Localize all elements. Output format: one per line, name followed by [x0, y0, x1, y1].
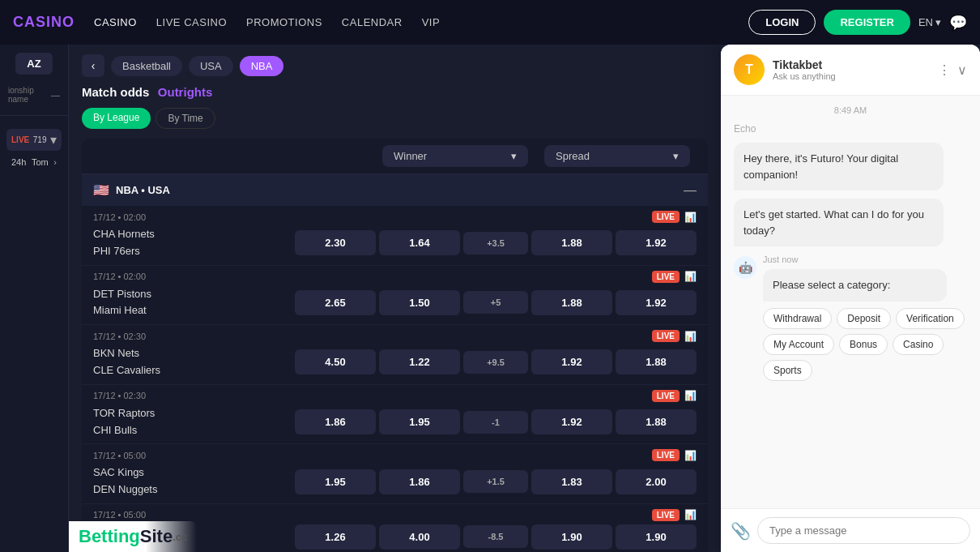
chat-header-name: Tiktakbet	[773, 58, 930, 71]
odd-btn-1[interactable]: 1.95	[295, 469, 376, 494]
odd-btn-2[interactable]: 4.00	[379, 524, 460, 550]
odd-btn-4[interactable]: 1.88	[616, 349, 697, 374]
sidebar-24h-label: 24h	[11, 157, 26, 167]
chat-header-sub: Ask us anything	[773, 71, 930, 81]
odd-btn-1[interactable]: 4.50	[295, 349, 376, 374]
chat-echo-label: Echo	[734, 123, 967, 135]
breadcrumb-basketball[interactable]: Basketball	[111, 56, 182, 76]
chat-more-btn[interactable]: ⋮	[938, 62, 951, 78]
odd-btn-2[interactable]: 1.95	[379, 409, 460, 434]
stats-icon[interactable]: 📊	[684, 450, 697, 461]
odd-btn-2[interactable]: 1.64	[379, 230, 460, 255]
spread-dropdown[interactable]: Spread ▾	[544, 145, 690, 167]
register-button[interactable]: REGISTER	[824, 10, 910, 35]
odd-btn-2[interactable]: 1.86	[379, 469, 460, 494]
nav-logo[interactable]: CASINO	[13, 14, 75, 31]
match-teams-odds: SAC Kings DEN Nuggets 1.95 1.86 +1.5 1.8…	[93, 464, 697, 499]
league-collapse-btn[interactable]: —	[684, 183, 697, 198]
cat-btn-my-account[interactable]: My Account	[763, 334, 834, 355]
chat-minimize-btn[interactable]: ∨	[957, 62, 967, 78]
match-teams-odds: CHA Hornets PHI 76ers 2.30 1.64 +3.5 1.8…	[93, 226, 697, 260]
filter-by-league[interactable]: By League	[82, 108, 151, 129]
odd-btn-1[interactable]: 2.30	[295, 230, 376, 255]
odd-btn-4[interactable]: 1.90	[616, 524, 697, 550]
sidebar-az[interactable]: AZ	[15, 53, 52, 75]
chat-icon[interactable]: 💬	[949, 14, 967, 32]
teams-col: DET Pistons Miami Heat	[93, 286, 292, 320]
odd-btn-3[interactable]: 1.88	[531, 230, 612, 255]
back-button[interactable]: ‹	[82, 54, 104, 77]
odd-btn-spread[interactable]: +1.5	[463, 470, 528, 493]
odd-btn-3[interactable]: 1.88	[531, 290, 612, 315]
odd-btn-3[interactable]: 1.83	[531, 469, 612, 494]
odd-btn-3[interactable]: 1.92	[531, 409, 612, 434]
table-row: 17/12 • 05:00 LIVE 📊 SAC Kings DEN Nugge…	[82, 444, 708, 504]
cat-btn-deposit[interactable]: Deposit	[837, 308, 891, 329]
nav-item-promotions[interactable]: PROMOTIONS	[246, 16, 322, 28]
odd-btn-2[interactable]: 1.50	[379, 290, 460, 315]
odd-btn-4[interactable]: 1.88	[616, 409, 697, 434]
chat-header-info: Tiktakbet Ask us anything	[773, 58, 930, 81]
team1: DET Pistons	[93, 286, 292, 303]
odd-btn-spread[interactable]: +9.5	[463, 351, 528, 374]
chat-footer: 📎	[721, 508, 980, 552]
chevron-down-icon-live[interactable]: ▾	[50, 132, 57, 148]
nav-item-calendar[interactable]: CALENDAR	[342, 16, 403, 28]
odd-btn-spread[interactable]: +5	[463, 291, 528, 314]
team1: CHA Hornets	[93, 226, 292, 243]
nav-item-casino[interactable]: CASINO	[94, 16, 137, 28]
winner-dropdown[interactable]: Winner ▾	[382, 145, 528, 167]
teams-col: SAC Kings DEN Nuggets	[93, 464, 292, 499]
odd-btn-spread[interactable]: +3.5	[463, 232, 528, 255]
chat-attach-button[interactable]: 📎	[731, 521, 751, 541]
winner-col-header: Winner ▾	[374, 145, 536, 167]
chat-categories-section: Just now Please select a category: Withd…	[763, 255, 967, 381]
live-label: LIVE	[11, 135, 29, 144]
odd-btn-1[interactable]: 1.86	[295, 409, 376, 434]
odd-btn-1[interactable]: 2.65	[295, 290, 376, 315]
odd-btn-3[interactable]: 1.90	[531, 524, 612, 550]
nav-item-live-casino[interactable]: LIVE CASINO	[156, 16, 227, 28]
live-badge: LIVE	[652, 509, 680, 521]
match-odds-label: Match odds	[82, 85, 149, 99]
chat-bot-row: 🤖 Just now Please select a category: Wit…	[734, 255, 967, 381]
odd-btn-4[interactable]: 1.92	[616, 230, 697, 255]
cat-btn-sports[interactable]: Sports	[763, 360, 812, 381]
odd-btn-2[interactable]: 1.22	[379, 349, 460, 374]
teams-col: BKN Nets CLE Cavaliers	[93, 345, 292, 379]
chat-category-buttons: Withdrawal Deposit Verification My Accou…	[763, 308, 967, 381]
main-layout: AZ ionship name — LIVE 719 ▾ 24h Tom › ‹…	[0, 45, 980, 552]
stats-icon[interactable]: 📊	[684, 390, 697, 401]
cat-btn-verification[interactable]: Verification	[896, 308, 965, 329]
match-badges: LIVE 📊	[652, 330, 697, 342]
sidebar-minus[interactable]: —	[51, 90, 60, 100]
sidebar: AZ ionship name — LIVE 719 ▾ 24h Tom ›	[0, 45, 69, 552]
odd-btn-1[interactable]: 1.26	[295, 524, 376, 550]
filter-by-time[interactable]: By Time	[156, 108, 215, 129]
login-button[interactable]: LOGIN	[748, 10, 816, 35]
cat-btn-bonus[interactable]: Bonus	[839, 334, 888, 355]
odd-btn-4[interactable]: 1.92	[616, 290, 697, 315]
stats-icon[interactable]: 📊	[684, 509, 697, 520]
odd-btn-spread[interactable]: -8.5	[463, 525, 528, 548]
cat-btn-withdrawal[interactable]: Withdrawal	[763, 308, 832, 329]
odd-btn-3[interactable]: 1.92	[531, 349, 612, 374]
breadcrumb-nba[interactable]: NBA	[240, 56, 284, 76]
outrights-label[interactable]: Outrights	[158, 85, 213, 99]
live-badge: LIVE	[652, 211, 680, 223]
watermark-suffix: .cc	[173, 531, 187, 543]
breadcrumb-usa[interactable]: USA	[189, 56, 233, 76]
chevron-right-icon[interactable]: ›	[53, 157, 57, 167]
stats-icon[interactable]: 📊	[684, 212, 697, 223]
stats-icon[interactable]: 📊	[684, 271, 697, 282]
sidebar-section: ionship name —	[0, 81, 68, 109]
stats-icon[interactable]: 📊	[684, 331, 697, 342]
team2: Miami Heat	[93, 302, 292, 319]
cat-btn-casino[interactable]: Casino	[893, 334, 944, 355]
chat-message-input[interactable]	[757, 517, 970, 544]
language-selector[interactable]: EN ▾	[918, 16, 941, 28]
odd-btn-spread[interactable]: -1	[463, 411, 528, 434]
odd-btn-4[interactable]: 2.00	[616, 469, 697, 494]
nav-item-vip[interactable]: VIP	[422, 16, 440, 28]
live-count: 719	[33, 135, 47, 144]
